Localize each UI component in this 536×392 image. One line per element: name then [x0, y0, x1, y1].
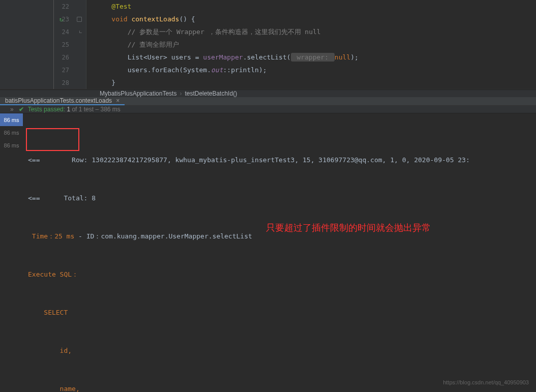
tests-passed-label: Tests passed:: [28, 106, 65, 113]
test-status-bar: » ✔ Tests passed: 1 of 1 test – 386 ms: [0, 106, 536, 113]
code-editor[interactable]: 22 ↻ 23 24 25 26 27 28 @Test void contex…: [0, 0, 536, 89]
method-ref: ::println);: [223, 66, 266, 74]
console-id: - ID：com.kuang.mapper.UserMapper.selectL…: [74, 232, 252, 240]
line-number: 25: [54, 41, 69, 48]
expand-icon[interactable]: »: [10, 106, 14, 113]
fold-toggle-icon[interactable]: [77, 17, 82, 22]
watermark: https://blog.csdn.net/qq_40950903: [443, 379, 529, 385]
console-line: id,: [28, 344, 531, 357]
line-number: 27: [54, 67, 69, 74]
annotation: @Test: [111, 3, 131, 10]
console-output[interactable]: <== Row: 1302223874217295877, kwhua_myba…: [23, 113, 536, 392]
code-comment: // 查询全部用户: [128, 41, 179, 48]
syntax: (: [287, 53, 291, 61]
code-comment: // 参数是一个 Wrapper ，条件构造器，这里我们先不用 null: [128, 28, 321, 36]
close-icon[interactable]: ×: [116, 97, 120, 104]
close-brace: }: [111, 79, 115, 86]
static-field: out: [211, 66, 223, 74]
breadcrumb-method[interactable]: testDeleteBatchId(): [182, 90, 240, 97]
run-tab-bar: batisPlusApplicationTests.contextLoads ×: [0, 97, 536, 106]
method-name: contextLoads: [131, 15, 179, 23]
breadcrumb-class[interactable]: MybatisPlusApplicationTests: [97, 90, 180, 97]
line-number: 26: [54, 54, 69, 61]
identifier: userMapper: [203, 53, 243, 61]
fold-toggle-icon[interactable]: [79, 31, 82, 33]
parameter-hint: wrapper:: [291, 53, 335, 62]
console-line: SELECT: [28, 306, 531, 319]
rerun-icon[interactable]: ↻: [59, 16, 63, 23]
console-line: Execute SQL：: [28, 268, 531, 281]
line-number: 22: [54, 3, 69, 10]
output-panel: 86 ms 86 ms 86 ms <== Row: 1302223874217…: [0, 113, 536, 392]
checkmark-icon: ✔: [19, 106, 24, 113]
tab-test-run[interactable]: batisPlusApplicationTests.contextLoads ×: [0, 97, 125, 105]
line-number: 24: [54, 28, 69, 36]
tests-detail: of 1 test – 386 ms: [72, 106, 120, 113]
tests-count: 1: [67, 106, 70, 113]
timing-cell[interactable]: 86 ms: [0, 139, 23, 152]
editor-gutter: 22 ↻ 23 24 25 26 27 28: [0, 0, 86, 89]
code-text: List<User> users =: [128, 53, 203, 61]
timing-cell[interactable]: 86 ms: [0, 113, 23, 126]
breadcrumb: MybatisPlusApplicationTests › testDelete…: [0, 89, 536, 97]
keyword-null: null: [335, 53, 350, 61]
timing-cell[interactable]: 86 ms: [0, 126, 23, 139]
console-line: <== Row: 1302223874217295877, kwhua_myba…: [28, 154, 531, 166]
code-text: users.forEach(System.: [128, 66, 211, 74]
method-call: selectList: [247, 53, 286, 61]
code-content[interactable]: @Test void contextLoads() { // 参数是一个 Wra…: [86, 0, 536, 89]
highlight-annotation: [26, 128, 79, 151]
syntax: );: [350, 53, 359, 61]
tab-label: batisPlusApplicationTests.contextLoads: [5, 97, 112, 104]
annotation-chinese-text: 只要超过了插件限制的时间就会抛出异常: [266, 222, 431, 234]
timing-column: 86 ms 86 ms 86 ms: [0, 113, 23, 392]
keyword-void: void: [111, 15, 127, 23]
syntax: () {: [179, 15, 195, 23]
console-time: Time：25 ms: [28, 232, 74, 240]
line-number: 28: [54, 79, 69, 86]
console-line: <== Total: 8: [28, 192, 531, 204]
